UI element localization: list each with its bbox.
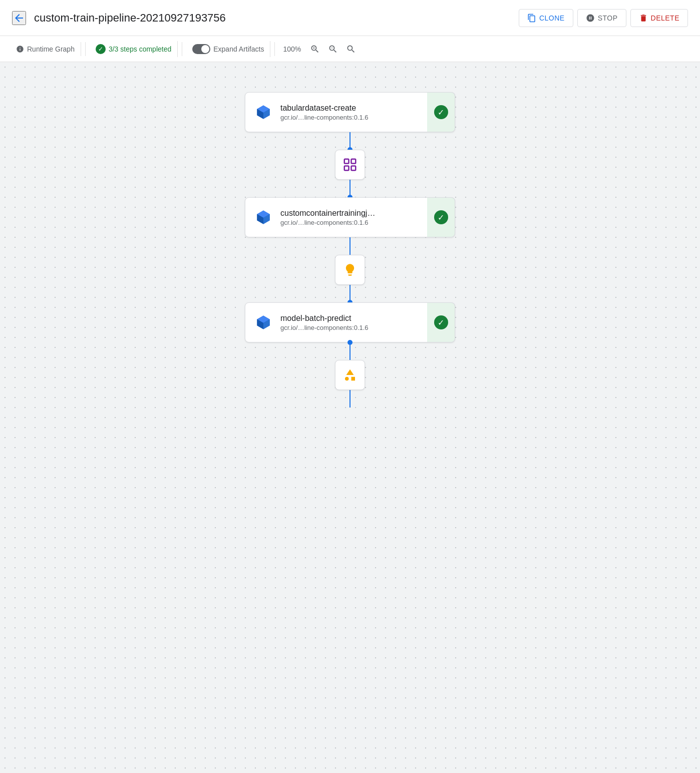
- svg-rect-3: [352, 166, 356, 171]
- expand-artifacts-label: Expand Artifacts: [213, 45, 264, 53]
- node2-name: customcontainertrainingj…: [280, 209, 447, 218]
- divider3: [274, 42, 275, 56]
- node1-status: ✓: [427, 92, 455, 132]
- expand-artifacts-toggle-container: Expand Artifacts: [186, 41, 270, 57]
- stop-button[interactable]: STOP: [577, 9, 626, 27]
- node1-check: ✓: [434, 105, 448, 119]
- node1-subtitle: gcr.io/…line-components:0.1.6: [280, 114, 447, 121]
- line2b: [349, 285, 351, 302]
- pipeline-canvas: tabulardataset-create gcr.io/…line-compo…: [0, 62, 700, 773]
- delete-button[interactable]: DELETE: [630, 9, 688, 27]
- svg-rect-2: [344, 166, 349, 171]
- node3-name: model-batch-predict: [280, 314, 447, 323]
- toolbar: Runtime Graph ✓ 3/3 steps completed Expa…: [0, 36, 700, 62]
- node1-icon: [253, 102, 273, 122]
- node1-name: tabulardataset-create: [280, 104, 447, 113]
- node3-icon: [253, 312, 273, 332]
- pipeline: tabulardataset-create gcr.io/…line-compo…: [245, 92, 455, 408]
- svg-rect-0: [344, 159, 349, 164]
- svg-rect-5: [352, 377, 356, 381]
- back-button[interactable]: [12, 11, 26, 25]
- divider1: [85, 42, 86, 56]
- node3-status: ✓: [427, 302, 455, 342]
- svg-point-4: [345, 377, 349, 381]
- steps-completed-label: 3/3 steps completed: [109, 45, 171, 53]
- node3-check: ✓: [434, 315, 448, 329]
- toggle-knob: [201, 45, 209, 53]
- zoom-out-button[interactable]: [325, 41, 341, 57]
- node-tabulardataset-create[interactable]: tabulardataset-create gcr.io/…line-compo…: [245, 92, 455, 132]
- header-actions: CLONE STOP DELETE: [519, 9, 688, 27]
- zoom-reset-button[interactable]: [343, 41, 359, 57]
- node2-subtitle: gcr.io/…line-components:0.1.6: [280, 219, 447, 226]
- artifact-dataset[interactable]: [335, 150, 365, 180]
- dot4: [347, 340, 353, 345]
- node-model-batch-predict[interactable]: model-batch-predict gcr.io/…line-compone…: [245, 302, 455, 342]
- header: custom-train-pipeline-20210927193756 CLO…: [0, 0, 700, 36]
- node2-check: ✓: [434, 210, 448, 224]
- zoom-level: 100%: [279, 45, 305, 53]
- line1b: [349, 180, 351, 197]
- node1-text: tabulardataset-create gcr.io/…line-compo…: [280, 104, 447, 121]
- expand-artifacts-toggle[interactable]: [192, 44, 210, 54]
- zoom-in-button[interactable]: [307, 41, 323, 57]
- line3b: [349, 390, 351, 408]
- artifact-output[interactable]: [335, 360, 365, 390]
- line1a: [349, 132, 351, 150]
- line2a: [349, 237, 351, 255]
- node-customcontainertraining[interactable]: customcontainertrainingj… gcr.io/…line-c…: [245, 197, 455, 237]
- stop-label: STOP: [598, 14, 618, 22]
- node2-status: ✓: [427, 197, 455, 237]
- svg-rect-1: [352, 159, 356, 164]
- clone-label: CLONE: [539, 14, 565, 22]
- steps-check-icon: ✓: [96, 44, 106, 54]
- node2-text: customcontainertrainingj… gcr.io/…line-c…: [280, 209, 447, 226]
- runtime-graph-tab[interactable]: Runtime Graph: [10, 42, 81, 56]
- node3-text: model-batch-predict gcr.io/…line-compone…: [280, 314, 447, 331]
- connector2: [335, 237, 365, 302]
- node2-icon: [253, 207, 273, 227]
- runtime-graph-label: Runtime Graph: [27, 45, 75, 53]
- delete-label: DELETE: [651, 14, 679, 22]
- clone-button[interactable]: CLONE: [519, 9, 573, 27]
- connector1: [335, 132, 365, 197]
- line3a: [349, 342, 351, 360]
- steps-completed: ✓ 3/3 steps completed: [90, 41, 178, 57]
- connector3: [335, 342, 365, 408]
- node3-subtitle: gcr.io/…line-components:0.1.6: [280, 324, 447, 331]
- page-title: custom-train-pipeline-20210927193756: [34, 12, 511, 25]
- artifact-model[interactable]: [335, 255, 365, 285]
- divider2: [182, 42, 182, 56]
